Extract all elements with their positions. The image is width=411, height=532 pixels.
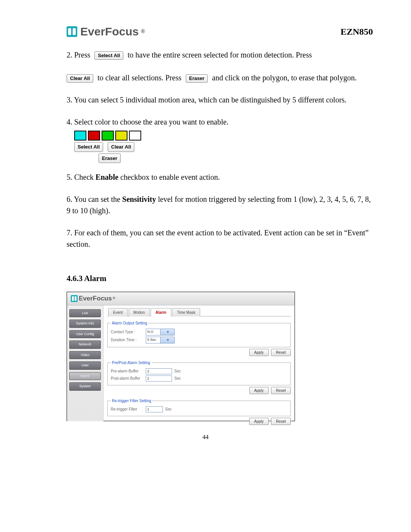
retrigger-filter-setting-group: Re-trigger Filter Setting Re-trigger Fil… bbox=[107, 398, 291, 416]
unit-label: Sec bbox=[165, 406, 172, 412]
group-legend: Pre/Post Alarm Setting bbox=[111, 360, 151, 366]
sidebar: LiveSystem InfoUser ConfigNetworkVideoUs… bbox=[67, 305, 104, 421]
sidebar-item-user-config[interactable]: User Config bbox=[69, 330, 101, 339]
brand-name: EverFocus bbox=[80, 23, 139, 40]
sidebar-item-system-info[interactable]: System Info bbox=[69, 320, 101, 328]
registered-icon: ® bbox=[141, 27, 145, 35]
sidebar-item-live[interactable]: Live bbox=[69, 309, 101, 318]
alarm-settings-screenshot: EverFocus® LiveSystem InfoUser ConfigNet… bbox=[67, 292, 295, 421]
reset-button[interactable]: Reset bbox=[271, 387, 291, 394]
chevron-down-icon[interactable] bbox=[160, 329, 175, 335]
group-legend: Re-trigger Filter Setting bbox=[111, 398, 152, 404]
instruction-step-4: 4. Select color to choose the area you w… bbox=[67, 116, 373, 128]
chevron-down-icon[interactable] bbox=[160, 337, 175, 343]
duration-time-select[interactable]: 5 Sec bbox=[146, 337, 175, 343]
retrigger-filter-label: Re-trigger Filter bbox=[111, 406, 143, 412]
select-all-button[interactable]: Select All bbox=[74, 142, 103, 152]
reset-button[interactable]: Reset bbox=[271, 418, 291, 425]
post-alarm-buffer-input[interactable]: 2 bbox=[146, 375, 172, 382]
group-legend: Alarm Output Setting bbox=[111, 320, 148, 326]
sidebar-item-network[interactable]: Network bbox=[69, 340, 101, 349]
select-all-button-inline: Select All bbox=[94, 51, 123, 60]
tab-event[interactable]: Event bbox=[108, 308, 128, 316]
eraser-button[interactable]: Eraser bbox=[99, 153, 121, 163]
sidebar-item-system[interactable]: System bbox=[69, 382, 101, 391]
apply-button[interactable]: Apply bbox=[249, 349, 269, 356]
contact-type-select[interactable]: N.O bbox=[146, 329, 175, 335]
section-heading-alarm: 4.6.3 Alarm bbox=[67, 273, 373, 285]
instruction-step-7: 7. For each of them, you can set the eve… bbox=[67, 227, 373, 250]
color-swatch[interactable] bbox=[129, 131, 141, 141]
instruction-step-2: 2. Press Select All to have the entire s… bbox=[67, 49, 373, 83]
pre-alarm-buffer-input[interactable]: 2 bbox=[146, 368, 172, 374]
instruction-step-5: 5. Check Enable checkbox to enable event… bbox=[67, 171, 373, 183]
tab-time-mask[interactable]: Time Mask bbox=[172, 308, 201, 316]
color-swatch-row bbox=[74, 131, 373, 141]
color-swatch[interactable] bbox=[115, 131, 127, 141]
clear-all-button-inline: Clear All bbox=[67, 74, 93, 83]
pre-post-alarm-setting-group: Pre/Post Alarm Setting Pre-alarm Buffer … bbox=[107, 360, 291, 385]
alarm-output-setting-group: Alarm Output Setting Contact Type : N.O … bbox=[107, 320, 291, 347]
unit-label: Sec bbox=[174, 375, 181, 381]
page-number: 44 bbox=[0, 433, 411, 442]
reset-button[interactable]: Reset bbox=[271, 349, 291, 356]
contact-type-label: Contact Type : bbox=[111, 329, 143, 335]
color-swatch[interactable] bbox=[88, 131, 100, 141]
color-selection-panel: Select All Clear All Eraser bbox=[74, 131, 373, 163]
model-label: EZN850 bbox=[341, 25, 373, 38]
instruction-step-3: 3. You can select 5 individual motion ar… bbox=[67, 94, 373, 105]
duration-time-label: Duration Time : bbox=[111, 337, 143, 343]
tab-motion[interactable]: Motion bbox=[129, 308, 150, 316]
clear-all-button[interactable]: Clear All bbox=[108, 142, 134, 152]
color-swatch[interactable] bbox=[102, 131, 114, 141]
eraser-button-inline: Eraser bbox=[186, 74, 208, 83]
sidebar-item-event[interactable]: Event bbox=[69, 372, 101, 380]
brand-logo: EverFocus® bbox=[67, 23, 145, 40]
shot-header: EverFocus® bbox=[67, 292, 295, 305]
shot-brand-mark-icon bbox=[71, 295, 78, 302]
retrigger-filter-input[interactable]: 1 bbox=[146, 406, 163, 412]
tab-alarm[interactable]: Alarm bbox=[151, 308, 171, 316]
tab-bar: EventMotionAlarmTime Mask bbox=[107, 308, 291, 316]
sidebar-item-user[interactable]: User bbox=[69, 361, 101, 370]
apply-button[interactable]: Apply bbox=[249, 387, 269, 394]
shot-brand-logo: EverFocus® bbox=[71, 294, 115, 304]
unit-label: Sec bbox=[174, 368, 181, 374]
registered-icon: ® bbox=[113, 296, 115, 301]
brand-mark-icon bbox=[67, 26, 77, 37]
pre-alarm-buffer-label: Pre-alarm Buffer bbox=[111, 368, 143, 374]
instruction-step-6: 6. You can set the Sensitivity level for… bbox=[67, 193, 373, 216]
apply-button[interactable]: Apply bbox=[249, 418, 269, 425]
post-alarm-buffer-label: Post-alarm Buffer bbox=[111, 375, 143, 381]
color-swatch[interactable] bbox=[74, 131, 86, 141]
sidebar-item-video[interactable]: Video bbox=[69, 351, 101, 359]
